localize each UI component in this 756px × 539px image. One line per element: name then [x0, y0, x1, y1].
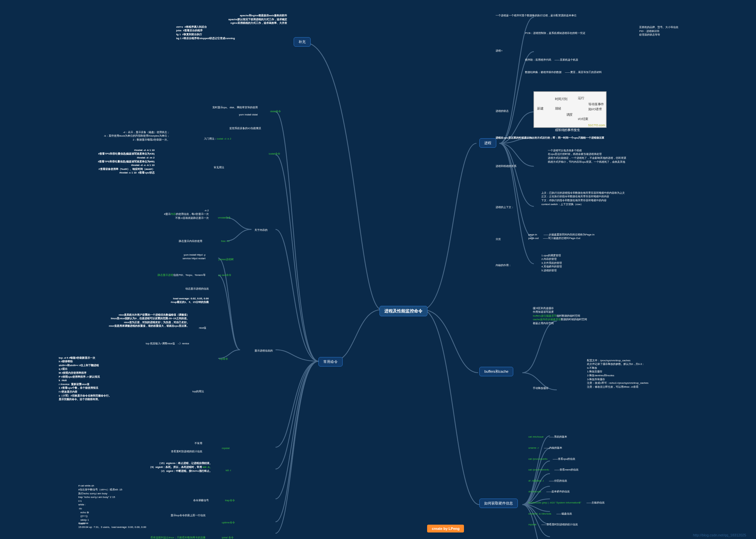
mpstat-l2: 查看某时刻进程的统计信息 — [121, 450, 202, 454]
node-common: 常用命令 — [318, 357, 343, 366]
vmstat-label: vmstat命令 — [218, 216, 231, 220]
root-node: 进程及性能监控命令 — [379, 306, 427, 316]
iostat-usage-label: 常见用法 — [214, 166, 224, 170]
iptraf-label: iptraf 命令 — [222, 536, 234, 539]
page-lines: page-in ——从磁盘重新回到内存的过程称为Page-In page-out… — [528, 233, 595, 240]
iostat-intro-desc: 监控系统设备的IO负载情况 — [150, 126, 261, 130]
mem-label: 关于内存的 — [255, 228, 268, 232]
top-label: top命令 — [219, 357, 228, 361]
vmstat-lines: -n 2 #显示内存的使用信息，每2秒显示一次 不接-n选项就是静态显示一次 — [95, 209, 209, 220]
manual-label: 手动释放缓存 — [533, 386, 548, 390]
psaux-label: ps aux命令 — [218, 273, 232, 277]
kernel-lines: 1.cpu的调度管理 2.内存的管理 3.文件系统的管理 4.其他硬件的管理 5… — [541, 254, 562, 272]
proc-seg: 程序段：应用程序代码 ——豆浆机这个机器 — [525, 58, 578, 62]
rel-label: 进程和线程的关系 — [496, 164, 517, 168]
node-hw: 如何获取硬件信息 — [479, 499, 518, 508]
psaux-desc: 静态显示进程信息PID、%cpu、%mem等 — [91, 273, 206, 277]
top-usage: top -d 5 #每隔5秒刷新显示一次 h #获得帮助 shift+>和shi… — [59, 356, 111, 401]
iostat-label: iostat命令 — [269, 152, 280, 156]
dstat-label: dstat命令 — [270, 110, 281, 114]
show-label: 显示进程信息的 — [255, 349, 273, 353]
pstree-lines: yum install httpd -y service httpd resta… — [130, 253, 206, 261]
top-dyn: 动态显示进程的信息 — [137, 287, 209, 291]
manual-lines: 配置文件：/proc/sys/vm/drop_caches 此文件记录了缓存释放… — [587, 359, 648, 389]
renice: top 然后输入r 调整nice值 --》renice — [82, 342, 189, 346]
state-label: 进程的状态 — [496, 109, 509, 113]
proc-pcb-sub: 豆浆机的品牌、型号、大小等信息 PID：进程标识符 处理器的状态等等 — [639, 26, 678, 37]
watermark: http://blog.csdn.net/qq_18312025 — [693, 533, 746, 537]
free-desc: 静态显示内存的使用 — [137, 239, 202, 243]
proc-def: 一个进程是一个程序对某个数据集的执行过程，是分配资源的基本单位 — [496, 14, 576, 18]
proc-data: 数据结构集：被程序操作的数据 ——黄豆，黑豆等加工的原材料 — [525, 70, 601, 74]
uptime-code: # uptime 15:09:04 up 7:31, 3 users, load… — [78, 521, 146, 529]
mpstat-label: mpstat — [222, 446, 230, 450]
kill-lines: （15）sigterm：终止进程，让进程自我结束。（9）sigkill：杀死。所… — [59, 461, 212, 473]
uptime-desc: 显示top命令的最上面一行信息 — [140, 513, 206, 517]
credit-badge: create by LPeng — [427, 525, 464, 532]
proc-pcb: PCB：进程控制块，是系统感知进程存在的唯一凭证 — [525, 31, 585, 35]
proc-cpu: 进程在cpu里运算的时候是以独占的方式运行的；即：同一时间一个cpu只能给一个进… — [496, 136, 604, 140]
trap-label: trap命令 — [225, 499, 235, 502]
proc-eq-label: 进程= — [496, 49, 502, 53]
supp-lines: apache和nginx都是提供web服务的软件apache默认情况下使用进程的… — [91, 14, 287, 40]
nice-label: nice值 — [199, 326, 207, 330]
iostat-usage: #iostat -d -k 1 10 #查看TPS和吞吐量信息(磁盘读写速度单位… — [98, 148, 155, 175]
uptime-label: uptime命令 — [222, 521, 235, 525]
kill-label: kill -l — [226, 469, 231, 473]
mpstat-l1: 不常用 — [137, 441, 202, 445]
nice-lines: nice是系统允许用户设置的一个进程优先数偏移值（调整值） linux里nice… — [13, 313, 189, 328]
iostat-intro: 入门用法：iostat -d -k 2 — [204, 137, 231, 141]
node-supplement: 补充 — [294, 37, 311, 46]
trap-desc: 命令屏蔽信号 — [150, 499, 209, 502]
kernel-label: 内核的作用： — [496, 264, 511, 268]
state-diagram: 新建时间片到 就绪调度 运行等待某事件如I/O请求 I/O结束 51CTO.co… — [534, 91, 607, 128]
buf-lines: 缓冲区和高速缓存作用加速读写速度buffers是往磁盘里写临时数据的临时空间ca… — [533, 307, 587, 325]
pstree-label: pstree进程树 — [218, 258, 234, 262]
top-load: load average: 0.02, 0.03, 0.00 #cup最近的1、… — [124, 297, 209, 304]
page-label: 分页 — [496, 237, 501, 241]
dstat-l2: yum install dstat — [160, 113, 258, 117]
trap-code: # cat while.sh #当出发中断信号（ctrl+c）或者kill -1… — [78, 484, 123, 526]
iptraf-desc: 看谁连接到这台linux；只能看到每块网卡的流量 — [95, 536, 206, 539]
ctx-label: 进程的上下文： — [496, 205, 514, 209]
free-label: free -m — [221, 239, 229, 243]
rel-lines: 一个进程可以包含很多个线程 在cpu里运行的时候，线程会被当做进程来处理 进程方… — [548, 149, 626, 164]
iostat-opts: -d：表示，显示设备（磁盘）使用状态； -k：某些使用block为单位的列强制使… — [33, 130, 170, 142]
top-usage-label: top的用法 — [193, 390, 204, 394]
hw-list: cat /etc/issue ——系统的版本uname -r ——内核的版本ca… — [528, 435, 605, 533]
node-buffers: buffers和cache — [479, 367, 513, 376]
ctx-lines: 上文：已执行过的进程指令和数据在相关寄存器和堆栈中的内容称为上文 正文：正在执行… — [541, 191, 625, 206]
node-process: 进程 — [479, 138, 496, 148]
dstat-l1: 实时显示cpu、disk、网络带宽等的使用 — [160, 106, 258, 110]
